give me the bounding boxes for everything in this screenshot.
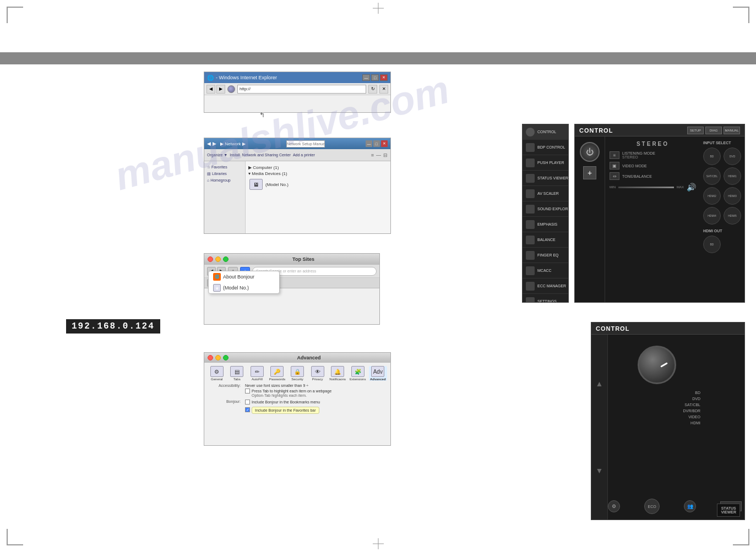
network-minimize[interactable]: — <box>366 140 372 147</box>
ie-window-controls: — □ ✕ <box>362 74 388 81</box>
cpb-volume-knob[interactable] <box>638 346 676 384</box>
computer-section: ▶ Computer (1) <box>248 165 388 170</box>
ie-title: - Windows Internet Explorer <box>216 75 362 80</box>
cp-body: ⏻ + STEREO ≡ LISTENING MODE STEREO ▣ VID… <box>575 136 744 302</box>
listening-mode-icon: ≡ <box>610 151 619 159</box>
cp-setup-btn[interactable]: SETUP <box>687 127 704 134</box>
tone-slider[interactable] <box>618 187 674 188</box>
adv-tab-general[interactable]: ⚙ General <box>208 366 226 381</box>
advanced-maximize-btn[interactable] <box>223 355 229 360</box>
menu-item-av[interactable]: AV SCALER <box>523 186 568 201</box>
cpb-status-viewer[interactable]: STATUS VIEWER <box>717 504 740 517</box>
control-panel-menu: CONTROL BDP CONTROL PUSH PLAYER STATUS V… <box>522 124 569 303</box>
safari-minimize-btn[interactable] <box>215 256 221 262</box>
network-search[interactable] <box>286 140 325 147</box>
cpb-users-icon[interactable]: 👥 <box>684 500 696 512</box>
network-close[interactable]: ✕ <box>381 140 388 147</box>
bonjour-about-item[interactable]: 🌐 About Bonjour <box>209 271 279 282</box>
adv-tab-privacy[interactable]: 👁 Privacy <box>308 366 327 381</box>
general-icon: ⚙ <box>210 366 224 377</box>
ie-page-icon <box>227 85 235 93</box>
cp-power-button[interactable]: ⏻ <box>580 142 600 162</box>
bonjour-favorites-tooltip: Include Bonjour in the Favorites bar <box>252 407 319 414</box>
cp-input-hdmi4[interactable]: HDMI4 <box>703 207 721 225</box>
cp-diag-btn[interactable]: DIAG <box>705 127 722 134</box>
cp-plus-button[interactable]: + <box>583 166 596 179</box>
adv-tab-autofill[interactable]: ✏ AutoFill <box>248 366 266 381</box>
menu-item-sound[interactable]: SOUND EXPLORER <box>523 201 568 217</box>
menu-mcacc-label: MCACC <box>537 269 552 272</box>
ie-minimize-btn[interactable]: — <box>362 74 370 81</box>
menu-item-mcacc[interactable]: MCACC <box>523 263 568 278</box>
crosshair-top <box>373 3 384 14</box>
autofill-icon: ✏ <box>251 366 264 377</box>
cp-title: CONTROL <box>579 127 613 134</box>
advanced-close-btn[interactable] <box>208 355 213 360</box>
add-printer-link[interactable]: Add a printer <box>293 153 315 157</box>
install-btn[interactable]: Install <box>230 153 240 157</box>
adv-tab-extensions[interactable]: 🧩 Extensions <box>349 366 367 381</box>
adv-tab-passwords[interactable]: 🔑 Passwords <box>268 366 287 381</box>
bonjour-bookmarks-checkbox[interactable] <box>245 400 250 405</box>
media-device[interactable]: 🖥 (Model No.) <box>248 178 388 191</box>
listening-mode-label: LISTENING MODE <box>622 151 655 155</box>
option-tab-note: Option-Tab highlights each item. <box>252 393 387 397</box>
menu-item-push[interactable]: PUSH PLAYER <box>523 155 568 171</box>
advanced-minimize-btn[interactable] <box>215 355 221 360</box>
ie-nav-buttons: ◀ ▶ <box>206 85 225 94</box>
ie-address-bar[interactable]: http:// <box>237 85 366 94</box>
ie-back-btn[interactable]: ◀ <box>206 85 215 94</box>
cp-input-hdmi1[interactable]: HDMI1 <box>724 167 741 185</box>
bdp-menu-icon <box>526 143 535 152</box>
network-search-input[interactable] <box>286 140 325 147</box>
privacy-icon: 👁 <box>311 366 324 377</box>
cp-input-satcbl[interactable]: SAT/CBL <box>703 167 721 185</box>
menu-item-balance[interactable]: BALANCE <box>523 232 568 248</box>
cp-input-hdmi2[interactable]: HDMI2 <box>703 187 721 205</box>
cpb-menu-label-video: VIDEO <box>613 414 700 420</box>
menu-item-bdp[interactable]: BDP CONTROL <box>523 140 568 155</box>
favorites-item[interactable]: ☆ Favorites <box>207 164 242 171</box>
ie-close-btn[interactable]: ✕ <box>380 74 388 81</box>
network-breadcrumb: ▶ Network ▶ <box>220 141 246 146</box>
organize-btn[interactable]: Organize ▼ <box>207 153 227 157</box>
cp-manual-btn[interactable]: MANUAL <box>724 127 740 134</box>
adv-tab-notifications[interactable]: 🔔 Notificaons <box>328 366 347 381</box>
menu-item-ecc[interactable]: ECC MANAGER <box>523 278 568 294</box>
volume-icon: 🔊 <box>687 183 696 192</box>
homegroup-item[interactable]: ⌂ Homegroup <box>207 177 242 183</box>
menu-item-settings[interactable]: SETTINGS <box>523 294 568 302</box>
ie-forward-btn[interactable]: ▶ <box>216 85 225 94</box>
adv-tab-security[interactable]: 🔒 Security <box>288 366 307 381</box>
bonjour-favorites-checkbox[interactable]: ✓ <box>245 407 250 412</box>
cpb-gear-icon[interactable]: ⚙ <box>608 500 620 512</box>
menu-item-emphasis[interactable]: EMPHASIS <box>523 217 568 232</box>
ie-stop-btn[interactable]: ✕ <box>379 85 388 94</box>
emphasis-menu-icon <box>526 220 535 229</box>
cp-input-bd[interactable]: BD <box>703 147 721 165</box>
menu-item-finger[interactable]: FINGER EQ <box>523 248 568 263</box>
cpb-eco-icon[interactable]: ECO <box>644 499 660 514</box>
cp-input-hdmi3[interactable]: HDMI3 <box>724 187 741 205</box>
libraries-item[interactable]: ▤ Libraries <box>207 171 242 177</box>
network-maximize[interactable]: □ <box>373 140 380 147</box>
cpb-arrow-up[interactable]: ▲ <box>596 379 603 388</box>
tab-highlight-checkbox[interactable] <box>245 389 250 393</box>
cp-input-hdmi5[interactable]: HDMI5 <box>724 207 741 225</box>
network-content: ☆ Favorites ▤ Libraries ⌂ Homegroup ▶ Co… <box>204 161 390 233</box>
adv-tab-tabs[interactable]: ▤ Tabs <box>228 366 247 381</box>
cp-input-dvd[interactable]: DVD <box>724 147 741 165</box>
ie-refresh-btn[interactable]: ↻ <box>368 85 377 94</box>
control-menu-icon <box>526 128 535 136</box>
menu-item-control[interactable]: CONTROL <box>523 124 568 140</box>
cpb-arrow-down[interactable]: ▼ <box>596 466 603 475</box>
cp-hdmi-out-btn[interactable]: BD <box>703 236 721 253</box>
network-sharing-link[interactable]: Network and Sharing Center <box>242 153 291 157</box>
bonjour-device-item[interactable]: 🖥 (Model No.) <box>209 282 279 293</box>
safari-close-btn[interactable] <box>208 256 213 262</box>
safari-maximize-btn[interactable] <box>223 256 229 262</box>
adv-tab-advanced[interactable]: Adv Advanced <box>369 366 388 381</box>
bonjour-about-label: About Bonjour <box>223 274 254 280</box>
ie-maximize-btn[interactable]: □ <box>371 74 379 81</box>
menu-item-status[interactable]: STATUS VIEWER <box>523 171 568 186</box>
